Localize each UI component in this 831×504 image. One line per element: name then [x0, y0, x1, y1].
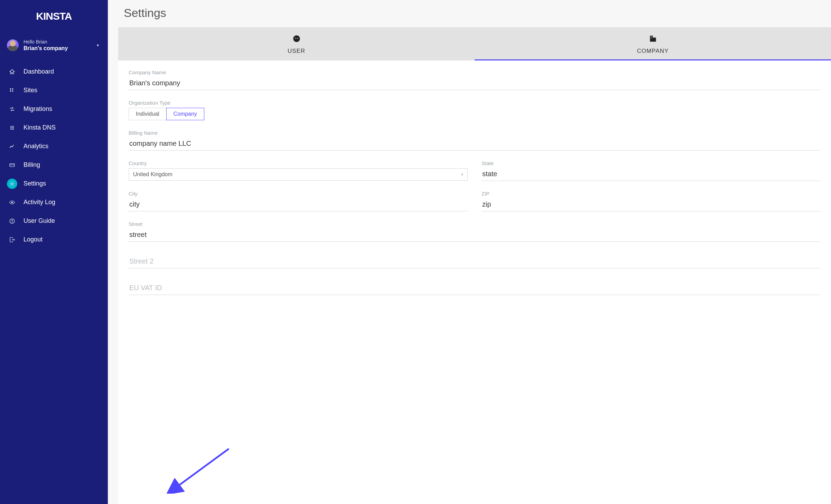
brand-logo: KINSTA: [0, 10, 108, 22]
chevron-down-icon[interactable]: ▾: [95, 41, 101, 50]
sidebar-item-label: Logout: [24, 236, 43, 243]
company-name-input[interactable]: [129, 77, 821, 90]
sidebar-item-label: Migrations: [24, 105, 52, 113]
svg-point-3: [12, 91, 13, 92]
greeting: Hello Brian: [24, 39, 95, 45]
page-title: Settings: [108, 0, 831, 27]
billing-name-input[interactable]: [129, 138, 821, 151]
svg-point-8: [12, 222, 12, 223]
svg-rect-4: [10, 163, 15, 167]
country-select[interactable]: United Kingdom ▾: [129, 168, 468, 181]
svg-rect-17: [652, 38, 652, 38]
tab-company[interactable]: COMPANY: [475, 27, 831, 60]
svg-rect-14: [651, 37, 651, 37]
sidebar-item-label: Billing: [24, 161, 40, 169]
company-form: Company Name Organization Type Individua…: [118, 60, 831, 295]
sidebar-item-guide[interactable]: User Guide: [0, 212, 108, 230]
billing-name-label: Billing Name: [129, 130, 821, 136]
state-label: State: [482, 160, 821, 166]
vat-input[interactable]: [129, 282, 821, 295]
help-icon: [7, 216, 17, 226]
sidebar-item-dashboard[interactable]: Dashboard: [0, 63, 108, 81]
avatar: [7, 39, 19, 51]
svg-point-10: [295, 38, 296, 39]
sidebar-item-label: Settings: [24, 180, 46, 187]
current-company: Brian's company: [24, 45, 95, 52]
org-type-individual[interactable]: Individual: [129, 108, 167, 120]
annotation-arrow: [167, 445, 236, 494]
street2-input[interactable]: [129, 256, 821, 268]
sidebar-item-label: Sites: [24, 87, 37, 94]
tab-label: COMPANY: [637, 48, 669, 54]
account-switcher[interactable]: Hello Brian Brian's company ▾: [0, 39, 108, 63]
analytics-icon: [7, 141, 17, 152]
sidebar-item-sites[interactable]: Sites: [0, 81, 108, 100]
settings-card: USER COMPANY Company Name Organization T…: [118, 27, 831, 504]
sidebar-item-label: Dashboard: [24, 68, 54, 75]
sites-icon: [7, 85, 17, 96]
main: Settings USER COMPANY Company Name: [108, 0, 831, 504]
svg-rect-15: [652, 37, 652, 37]
logout-icon: [7, 235, 17, 245]
sidebar-item-billing[interactable]: Billing: [0, 156, 108, 174]
svg-rect-13: [653, 38, 656, 42]
sidebar-item-settings[interactable]: Settings: [0, 174, 108, 193]
svg-point-9: [293, 35, 300, 42]
svg-rect-16: [651, 38, 651, 38]
company-icon: [475, 34, 831, 45]
svg-point-6: [11, 202, 13, 203]
sidebar-item-dns[interactable]: Kinsta DNS: [0, 118, 108, 137]
nav-list: Dashboard Sites Migrations Kinsta DNS An…: [0, 63, 108, 249]
sidebar-item-label: Activity Log: [24, 199, 55, 206]
svg-point-0: [10, 88, 11, 89]
sidebar-item-analytics[interactable]: Analytics: [0, 137, 108, 156]
sidebar-item-migrations[interactable]: Migrations: [0, 100, 108, 118]
chevron-down-icon: ▾: [461, 172, 463, 177]
svg-point-2: [10, 91, 11, 92]
tab-label: USER: [288, 48, 305, 54]
sidebar-item-label: User Guide: [24, 217, 55, 225]
zip-label: ZIP: [482, 191, 821, 197]
svg-rect-12: [650, 36, 653, 41]
svg-point-1: [12, 88, 13, 89]
state-input[interactable]: [482, 168, 821, 181]
eye-icon: [7, 197, 17, 208]
svg-point-5: [11, 183, 13, 185]
city-label: City: [129, 191, 468, 197]
org-type-label: Organization Type: [129, 100, 821, 106]
user-icon: [118, 34, 475, 45]
sidebar-item-logout[interactable]: Logout: [0, 230, 108, 249]
country-value: United Kingdom: [133, 171, 172, 178]
street-label: Street: [129, 221, 821, 227]
gear-icon: [7, 179, 17, 189]
sidebar: KINSTA Hello Brian Brian's company ▾ Das…: [0, 0, 108, 504]
home-icon: [7, 67, 17, 77]
sidebar-item-activity[interactable]: Activity Log: [0, 193, 108, 212]
svg-line-18: [177, 449, 229, 487]
migrations-icon: [7, 104, 17, 114]
street-input[interactable]: [129, 229, 821, 242]
billing-icon: [7, 160, 17, 170]
dns-icon: [7, 123, 17, 133]
tab-user[interactable]: USER: [118, 27, 475, 60]
svg-point-11: [297, 38, 298, 39]
sidebar-item-label: Analytics: [24, 143, 48, 150]
org-type-toggle: Individual Company: [129, 108, 821, 120]
zip-input[interactable]: [482, 199, 821, 211]
company-name-label: Company Name: [129, 69, 821, 75]
tabs: USER COMPANY: [118, 27, 831, 60]
sidebar-item-label: Kinsta DNS: [24, 124, 56, 131]
city-input[interactable]: [129, 199, 468, 211]
org-type-company[interactable]: Company: [166, 108, 204, 120]
country-label: Country: [129, 160, 468, 166]
